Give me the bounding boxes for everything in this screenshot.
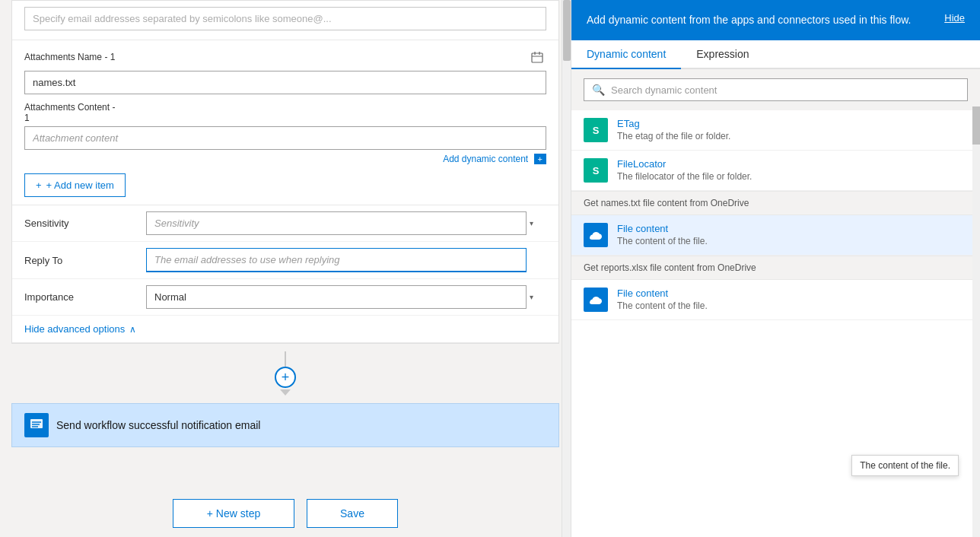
item-desc-etag: The etag of the file or folder. [617, 131, 968, 141]
attachments-content-input[interactable] [24, 126, 546, 150]
search-icon: 🔍 [592, 84, 605, 96]
attachments-section: Attachments Name - 1 Attachments Content… [12, 40, 558, 205]
connector-plus-button[interactable]: + [275, 367, 296, 388]
list-item[interactable]: S FileLocator The filelocator of the fil… [571, 151, 980, 191]
list-item[interactable]: S ETag The etag of the file or folder. [571, 110, 980, 151]
workflow-step-card[interactable]: Send workflow successful notification em… [11, 403, 559, 447]
new-step-button[interactable]: + New step [173, 499, 294, 528]
item-text-file-content-1: File content The content of the file. [617, 223, 968, 246]
main-scrollbar[interactable] [562, 0, 571, 537]
workflow-step-label: Send workflow successful notification em… [56, 419, 260, 431]
dynamic-content-search-input[interactable] [611, 84, 959, 96]
svg-rect-0 [532, 53, 542, 62]
item-name-file-content-1: File content [617, 223, 968, 234]
tab-dynamic-content[interactable]: Dynamic content [571, 40, 681, 69]
section-label-reports: Get reports.xlsx file content from OneDr… [571, 256, 980, 280]
panel-scrollbar[interactable] [972, 106, 980, 537]
item-text-file-content-2: File content The content of the file. [617, 288, 968, 311]
plus-icon: + [282, 370, 290, 386]
panel-scrollbar-thumb [972, 106, 980, 145]
save-button[interactable]: Save [307, 499, 398, 528]
panel-header-text: Add dynamic content from the apps and co… [587, 12, 944, 28]
sharepoint-icon-filelocator: S [584, 158, 608, 183]
onedrive-icon-1 [584, 223, 608, 247]
top-faded-section [12, 1, 558, 40]
attachments-name-header: Attachments Name - 1 [24, 48, 546, 66]
step-icon [24, 413, 49, 437]
dynamic-content-panel: Add dynamic content from the apps and co… [571, 0, 980, 537]
search-box: 🔍 [584, 78, 968, 101]
importance-input[interactable] [146, 285, 527, 309]
top-email-input[interactable] [24, 7, 546, 30]
chevron-up-icon: ∧ [129, 324, 136, 335]
sensitivity-label: Sensitivity [24, 218, 146, 229]
flow-area: Attachments Name - 1 Attachments Content… [0, 0, 571, 537]
section-label-names: Get names.txt file content from OneDrive [571, 191, 980, 215]
reply-to-label: Reply To [24, 255, 146, 266]
list-item[interactable]: File content The content of the file. [571, 215, 980, 256]
item-name-filelocator: FileLocator [617, 158, 968, 170]
sensitivity-dropdown-arrow[interactable]: ▾ [530, 219, 533, 227]
sharepoint-icon: S [584, 118, 608, 142]
importance-label: Importance [24, 291, 146, 303]
hide-advanced-options[interactable]: Hide advanced options ∧ [12, 316, 558, 343]
form-card: Attachments Name - 1 Attachments Content… [11, 0, 559, 344]
file-content-tooltip: The content of the file. [851, 455, 959, 476]
tab-expression[interactable]: Expression [681, 40, 764, 69]
attachments-content-label: Attachments Content - 1 [24, 102, 546, 123]
sensitivity-input[interactable] [146, 211, 527, 235]
panel-search-area: 🔍 [571, 69, 980, 110]
plus-icon: + [36, 180, 42, 191]
add-new-item-button[interactable]: + + Add new item [24, 173, 126, 197]
list-item[interactable]: File content The content of the file. [571, 280, 980, 320]
item-name-etag: ETag [617, 118, 968, 129]
reply-to-field: Reply To [12, 242, 558, 279]
hide-advanced-label: Hide advanced options [24, 323, 125, 335]
connector-arrow [280, 389, 291, 396]
attachments-name-input[interactable] [24, 71, 546, 94]
item-desc-filelocator: The filelocator of the file or folder. [617, 171, 968, 182]
item-desc-file-content-1: The content of the file. [617, 236, 968, 246]
calendar-icon[interactable] [528, 48, 546, 66]
connector-area: + [0, 344, 571, 403]
importance-field: Importance ▾ [12, 279, 558, 316]
item-text-filelocator: FileLocator The filelocator of the file … [617, 158, 968, 182]
hide-panel-button[interactable]: Hide [944, 12, 965, 24]
reply-to-input[interactable] [146, 248, 527, 272]
action-bar: + New step Save [0, 490, 571, 537]
sensitivity-field: Sensitivity ▾ [12, 205, 558, 242]
item-name-file-content-2: File content [617, 288, 968, 299]
item-text-etag: ETag The etag of the file or folder. [617, 118, 968, 141]
item-desc-file-content-2: The content of the file. [617, 300, 968, 311]
main-scrollbar-thumb [563, 0, 571, 61]
add-dynamic-link-row: Add dynamic content + [24, 153, 546, 164]
panel-header: Add dynamic content from the apps and co… [571, 0, 980, 40]
connector-line-top [285, 351, 286, 367]
attachments-name-label: Attachments Name - 1 [24, 52, 115, 62]
importance-dropdown-arrow[interactable]: ▾ [530, 293, 533, 301]
onedrive-icon-2 [584, 288, 608, 312]
panel-tabs: Dynamic content Expression [571, 40, 980, 69]
add-dynamic-content-link[interactable]: Add dynamic content + [443, 154, 546, 164]
